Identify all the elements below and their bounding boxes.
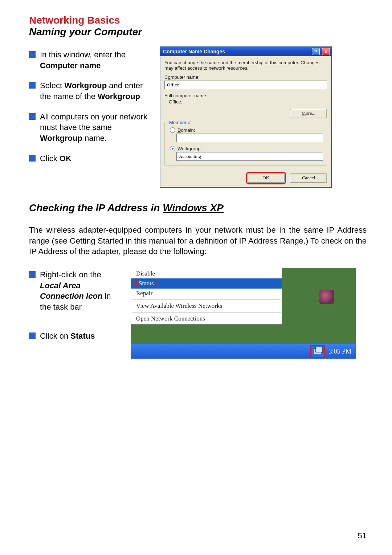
bullet-bold: Workgroup	[98, 92, 140, 101]
section-subtitle-2: Checking the IP Address in Windows XP	[29, 202, 367, 214]
status-highlight: Status	[136, 279, 156, 288]
member-of-legend: Member of	[168, 120, 193, 125]
square-bullet-icon	[29, 271, 36, 278]
workgroup-input[interactable]	[176, 152, 323, 161]
menu-separator	[132, 299, 281, 300]
list-item: In this window, enter the Computer name	[29, 49, 152, 71]
taskbar-clock: 3:05 PM	[328, 348, 351, 355]
list-item: Click on Status	[29, 331, 123, 342]
section-heading: Networking Basics	[29, 15, 367, 26]
page-number: 51	[358, 531, 367, 540]
desktop-object-icon	[319, 290, 334, 304]
full-computer-name-value: Office.	[164, 99, 327, 105]
cancel-button[interactable]: Cancel	[290, 174, 327, 183]
list-item: Select Workgroup and enter the name of t…	[29, 80, 152, 102]
list-item: All computers on your network must have …	[29, 111, 152, 144]
menu-item-view-networks[interactable]: View Available Wireless Networks	[131, 301, 282, 311]
computer-name-input[interactable]	[164, 81, 327, 89]
computer-name-dialog: Computer Name Changes ? × You can change…	[160, 46, 332, 188]
list-item: Right-click on the Local Area Connection…	[29, 269, 123, 313]
bullet-bold-italic: Local Area Connection icon	[40, 281, 102, 301]
workgroup-radio-label[interactable]: Workgroup:	[177, 146, 202, 151]
bullet-bold: Workgroup	[64, 81, 107, 90]
network-tray-icon[interactable]	[310, 345, 325, 358]
bullet-text: In this window, enter the	[40, 50, 126, 59]
bullet-text: Click on	[40, 331, 70, 340]
bullet-text: Right-click on the	[40, 270, 101, 279]
bullet-text: name.	[82, 134, 107, 143]
square-bullet-icon	[29, 51, 36, 58]
bullet-list-1: In this window, enter the Computer name …	[29, 46, 152, 174]
paragraph: The wireless adapter-equipped computers …	[29, 225, 367, 257]
taskbar-screenshot: Disable Status Repair View Available Wir…	[131, 268, 356, 359]
square-bullet-icon	[29, 82, 36, 89]
domain-radio-label[interactable]: Domain:	[177, 127, 195, 133]
dialog-title: Computer Name Changes	[163, 49, 310, 54]
domain-radio[interactable]	[170, 127, 175, 133]
menu-item-repair[interactable]: Repair	[131, 289, 282, 298]
section-subtitle-1: Naming your Computer	[29, 26, 367, 38]
bullet-text: Select	[40, 81, 64, 90]
full-computer-name-label: Full computer name:	[164, 93, 327, 98]
computer-name-label: Computer name:	[164, 74, 327, 80]
help-button[interactable]: ?	[312, 48, 320, 55]
square-bullet-icon	[29, 332, 36, 339]
menu-separator	[132, 312, 281, 313]
workgroup-radio[interactable]	[170, 146, 175, 151]
context-menu: Disable Status Repair View Available Wir…	[131, 268, 282, 325]
square-bullet-icon	[29, 113, 36, 120]
menu-item-disable[interactable]: Disable	[131, 269, 282, 278]
list-item: Click OK	[29, 153, 152, 164]
ok-button[interactable]: OK	[248, 174, 285, 183]
member-of-group: Member of Domain: Workgroup:	[164, 123, 327, 166]
bullet-bold: OK	[60, 154, 72, 163]
bullet-bold: Computer name	[40, 61, 101, 70]
bullet-bold: Workgroup	[40, 134, 82, 143]
dialog-titlebar[interactable]: Computer Name Changes ? ×	[160, 47, 331, 56]
bullet-list-2: Right-click on the Local Area Connection…	[29, 268, 123, 351]
square-bullet-icon	[29, 155, 36, 162]
dialog-description: You can change the name and the membersh…	[164, 60, 327, 71]
bullet-bold: Status	[70, 331, 95, 340]
menu-item-open-connections[interactable]: Open Network Connections	[131, 314, 282, 323]
more-button[interactable]: More...	[290, 109, 327, 118]
domain-input[interactable]	[176, 134, 323, 142]
bullet-text: Click	[40, 154, 60, 163]
bullet-text: All computers on your network must have …	[40, 112, 147, 132]
taskbar: 3:05 PM	[131, 344, 356, 359]
menu-item-status[interactable]: Status	[131, 278, 282, 289]
close-button[interactable]: ×	[322, 48, 330, 55]
network-icon	[314, 348, 321, 354]
